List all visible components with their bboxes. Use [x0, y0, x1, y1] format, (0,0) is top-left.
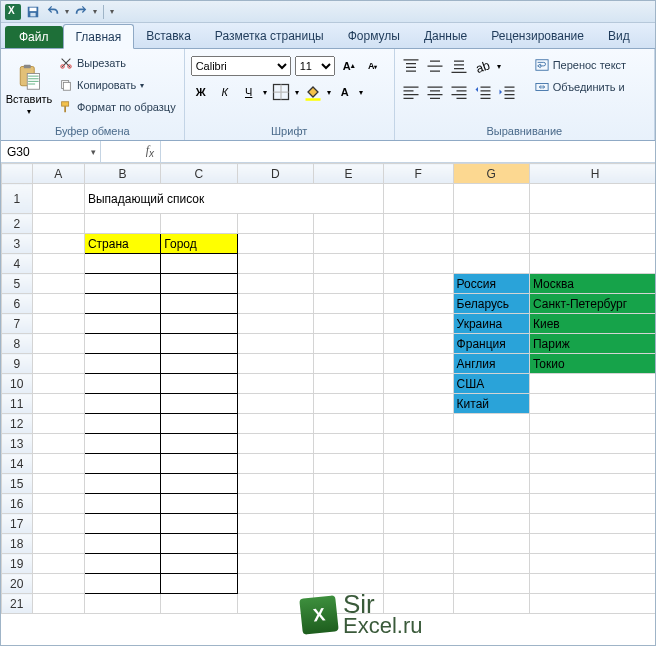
row-header-7[interactable]: 7	[2, 314, 33, 334]
cell-G11[interactable]: Китай	[453, 394, 529, 414]
cell-H12[interactable]	[529, 414, 655, 434]
cell-C17[interactable]	[161, 514, 237, 534]
cell-A19[interactable]	[32, 554, 84, 574]
cell-D17[interactable]	[237, 514, 313, 534]
row-header-17[interactable]: 17	[2, 514, 33, 534]
cell-D15[interactable]	[237, 474, 313, 494]
cell-G7[interactable]: Украина	[453, 314, 529, 334]
cell-C15[interactable]	[161, 474, 237, 494]
cell-D14[interactable]	[237, 454, 313, 474]
font-size-select[interactable]: 11	[295, 56, 335, 76]
cell-E11[interactable]	[313, 394, 383, 414]
cell-E19[interactable]	[313, 554, 383, 574]
align-right-icon[interactable]	[449, 82, 469, 102]
cell-F19[interactable]	[383, 554, 453, 574]
row-header-6[interactable]: 6	[2, 294, 33, 314]
row-header-4[interactable]: 4	[2, 254, 33, 274]
align-left-icon[interactable]	[401, 82, 421, 102]
cell-A21[interactable]	[32, 594, 84, 614]
shrink-font-icon[interactable]: A▾	[363, 56, 383, 76]
cell-B12[interactable]	[84, 414, 160, 434]
cell-G8[interactable]: Франция	[453, 334, 529, 354]
formula-input[interactable]	[161, 141, 655, 162]
cell-H3[interactable]	[529, 234, 655, 254]
cell-G16[interactable]	[453, 494, 529, 514]
cell-A5[interactable]	[32, 274, 84, 294]
cell-G10[interactable]: США	[453, 374, 529, 394]
undo-dropdown-icon[interactable]: ▾	[65, 7, 69, 16]
cell-A16[interactable]	[32, 494, 84, 514]
cell-E2[interactable]	[313, 214, 383, 234]
row-header-13[interactable]: 13	[2, 434, 33, 454]
increase-indent-icon[interactable]	[497, 82, 517, 102]
cell-A7[interactable]	[32, 314, 84, 334]
cell-E15[interactable]	[313, 474, 383, 494]
cell-A6[interactable]	[32, 294, 84, 314]
underline-icon[interactable]: Ч	[239, 82, 259, 102]
cell-B10[interactable]	[84, 374, 160, 394]
cell-C19[interactable]	[161, 554, 237, 574]
row-header-12[interactable]: 12	[2, 414, 33, 434]
cell-D19[interactable]	[237, 554, 313, 574]
cell-C14[interactable]	[161, 454, 237, 474]
cell-E14[interactable]	[313, 454, 383, 474]
cell-F10[interactable]	[383, 374, 453, 394]
cell-F13[interactable]	[383, 434, 453, 454]
cell-E13[interactable]	[313, 434, 383, 454]
col-header-D[interactable]: D	[237, 164, 313, 184]
cell-C8[interactable]	[161, 334, 237, 354]
cell-B19[interactable]	[84, 554, 160, 574]
cell-H19[interactable]	[529, 554, 655, 574]
cell-G15[interactable]	[453, 474, 529, 494]
col-header-A[interactable]: A	[32, 164, 84, 184]
file-tab[interactable]: Файл	[5, 26, 63, 48]
cell-C12[interactable]	[161, 414, 237, 434]
cell-B20[interactable]	[84, 574, 160, 594]
qat-customize-icon[interactable]: ▾	[110, 7, 114, 16]
cell-A11[interactable]	[32, 394, 84, 414]
col-header-H[interactable]: H	[529, 164, 655, 184]
paste-button[interactable]: Вставить ▾	[7, 51, 51, 123]
cell-B18[interactable]	[84, 534, 160, 554]
cell-H2[interactable]	[529, 214, 655, 234]
cell-H15[interactable]	[529, 474, 655, 494]
cell-G5[interactable]: Россия	[453, 274, 529, 294]
tab-4[interactable]: Данные	[412, 24, 479, 48]
tab-2[interactable]: Разметка страницы	[203, 24, 336, 48]
fx-icon[interactable]: fx	[146, 143, 154, 159]
cell-D13[interactable]	[237, 434, 313, 454]
row-header-15[interactable]: 15	[2, 474, 33, 494]
cell-H20[interactable]	[529, 574, 655, 594]
align-middle-icon[interactable]	[425, 56, 445, 76]
cell-H17[interactable]	[529, 514, 655, 534]
row-header-10[interactable]: 10	[2, 374, 33, 394]
cell-B2[interactable]	[84, 214, 160, 234]
cell-F11[interactable]	[383, 394, 453, 414]
cell-B3[interactable]: Страна	[84, 234, 160, 254]
cell-B21[interactable]	[84, 594, 160, 614]
cell-G4[interactable]	[453, 254, 529, 274]
row-header-20[interactable]: 20	[2, 574, 33, 594]
cell-H8[interactable]: Париж	[529, 334, 655, 354]
cell-B17[interactable]	[84, 514, 160, 534]
cell-H5[interactable]: Москва	[529, 274, 655, 294]
cell-F4[interactable]	[383, 254, 453, 274]
cell-E12[interactable]	[313, 414, 383, 434]
cell-E18[interactable]	[313, 534, 383, 554]
align-top-icon[interactable]	[401, 56, 421, 76]
cell-F14[interactable]	[383, 454, 453, 474]
save-icon[interactable]	[25, 4, 41, 20]
row-header-16[interactable]: 16	[2, 494, 33, 514]
cell-B14[interactable]	[84, 454, 160, 474]
row-header-18[interactable]: 18	[2, 534, 33, 554]
cell-H13[interactable]	[529, 434, 655, 454]
col-header-B[interactable]: B	[84, 164, 160, 184]
cell-A20[interactable]	[32, 574, 84, 594]
cell-D20[interactable]	[237, 574, 313, 594]
cell-A8[interactable]	[32, 334, 84, 354]
cell-A10[interactable]	[32, 374, 84, 394]
cell-A3[interactable]	[32, 234, 84, 254]
cell-B5[interactable]	[84, 274, 160, 294]
cell-C2[interactable]	[161, 214, 237, 234]
cell-C11[interactable]	[161, 394, 237, 414]
